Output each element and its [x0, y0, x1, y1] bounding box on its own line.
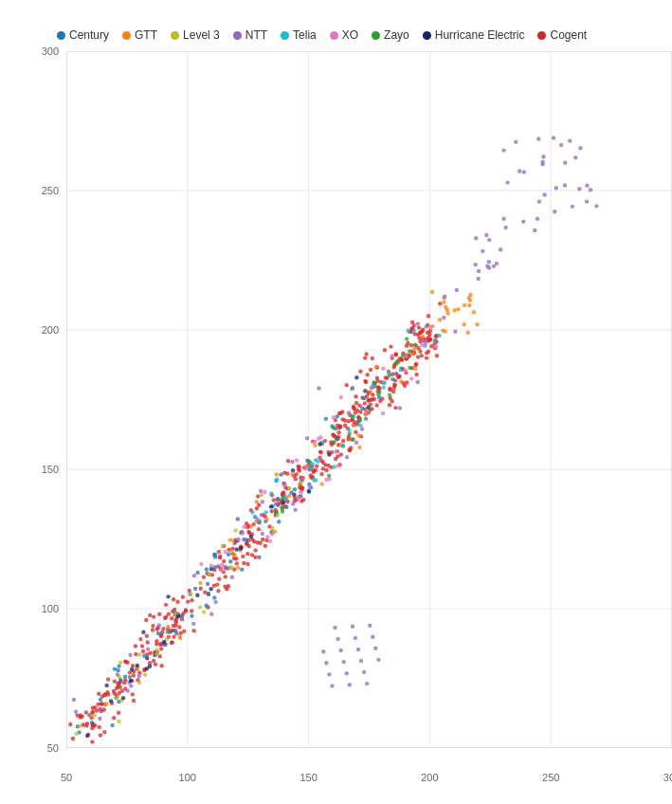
- y-axis-label: 250: [42, 185, 59, 196]
- y-axis-label: 300: [42, 46, 59, 57]
- legend-label: GTT: [135, 28, 157, 42]
- x-axis-label: 150: [300, 772, 317, 783]
- legend-label: Hurricane Electric: [435, 28, 525, 42]
- legend-dot: [122, 31, 131, 40]
- x-axis-label: 100: [179, 772, 196, 783]
- legend-label: Zayo: [384, 28, 409, 42]
- y-axis-label: 100: [42, 603, 59, 614]
- chart-container: CenturyGTTLevel 3NTTTeliaXOZayoHurricane…: [0, 0, 672, 804]
- legend-label: Telia: [293, 28, 317, 42]
- legend: CenturyGTTLevel 3NTTTeliaXOZayoHurricane…: [57, 28, 653, 42]
- y-axis-label: 200: [42, 324, 59, 336]
- legend-dot: [423, 31, 431, 40]
- legend-item-telia: Telia: [281, 28, 317, 42]
- legend-label: Level 3: [183, 28, 220, 42]
- x-axis-label: 200: [421, 772, 438, 783]
- legend-label: Century: [69, 28, 109, 42]
- legend-item-level-3: Level 3: [171, 28, 220, 42]
- y-axis: 50100150200250300: [21, 51, 64, 748]
- legend-item-xo: XO: [330, 28, 358, 42]
- legend-label: NTT: [245, 28, 267, 42]
- legend-item-century: Century: [57, 28, 109, 42]
- legend-dot: [537, 31, 546, 40]
- legend-item-cogent: Cogent: [537, 28, 587, 42]
- legend-label: Cogent: [550, 28, 587, 42]
- y-axis-label: 150: [42, 464, 59, 475]
- scatter-chart: [66, 51, 672, 748]
- legend-item-gtt: GTT: [122, 28, 157, 42]
- legend-item-zayo: Zayo: [372, 28, 409, 42]
- legend-dot: [330, 31, 338, 40]
- legend-dot: [57, 31, 65, 40]
- legend-dot: [372, 31, 380, 40]
- legend-dot: [171, 31, 179, 40]
- legend-dot: [281, 31, 289, 40]
- x-axis-label: 50: [61, 772, 72, 783]
- x-axis-label: 300: [663, 772, 672, 783]
- legend-item-hurricane-electric: Hurricane Electric: [423, 28, 525, 42]
- legend-item-ntt: NTT: [233, 28, 267, 42]
- y-axis-label: 50: [47, 742, 59, 754]
- legend-label: XO: [342, 28, 358, 42]
- legend-dot: [233, 31, 242, 40]
- x-axis-label: 250: [542, 772, 559, 783]
